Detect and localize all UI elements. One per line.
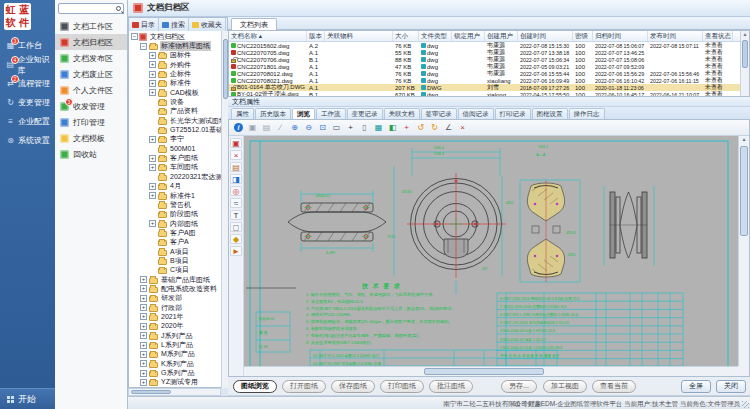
expand-icon[interactable]: + [149,220,156,227]
expand-icon[interactable]: + [140,323,147,330]
expand-icon[interactable]: + [149,164,156,171]
pan-icon[interactable]: + [344,122,357,134]
tree-tab-0[interactable]: 目录 [129,18,159,31]
tree-node[interactable]: +国标件 [129,51,227,60]
tree-node[interactable]: +G系列产品 [129,368,227,377]
column-header-10[interactable]: 发布时间 [648,31,703,41]
column-header-3[interactable]: 大小 [393,31,419,41]
expand-icon[interactable]: + [149,89,156,96]
viewer-vertical-scrollbar[interactable]: ▲ [738,136,749,366]
tree-node[interactable]: +行政部 [129,303,227,312]
expand-icon[interactable]: + [149,80,156,87]
expand-icon[interactable]: + [149,71,156,78]
expand-icon[interactable]: + [149,61,156,68]
tree-node[interactable]: +研发部 [129,294,227,303]
scroll-thumb[interactable] [742,40,748,68]
tree-node[interactable]: +标准件 [129,79,227,88]
expand-icon[interactable]: + [149,192,156,199]
flag-icon[interactable]: ◆ [230,234,242,244]
tree-node[interactable]: +2021年 [129,312,227,321]
column-header-1[interactable]: 版本 [307,31,325,41]
viewer-button-3[interactable]: 打印图纸 [380,380,424,393]
measure-icon[interactable]: ∠ [442,122,455,134]
tree-node[interactable]: +M系列产品 [129,350,227,359]
column-header-8[interactable]: 密级 [573,31,593,41]
tree-node[interactable]: +配电系统改造资料 [129,284,227,293]
tree-node[interactable]: +企标件 [129,69,227,78]
tree-node[interactable]: −标准物料库图纸 [129,41,227,50]
sidebar-item-3[interactable]: ↻变更管理 [0,93,55,112]
tab-10[interactable]: 操作日志 [569,108,605,119]
tree-node[interactable]: +YZ测试专用 [129,378,227,387]
column-header-2[interactable]: 关联物料 [325,31,393,41]
tree-node[interactable]: 客户A图 [129,228,227,237]
sidebar-item-0[interactable]: ▦工作台3 [0,36,55,55]
tree-node[interactable]: +4月 [129,182,227,191]
viewer-horizontal-scrollbar[interactable] [244,366,738,376]
tab-4[interactable]: 变更记录 [347,108,383,119]
aux-button-1[interactable]: 查看当前 [592,380,636,393]
expand-icon[interactable]: + [140,313,147,320]
tree-node[interactable]: 阶段图纸 [129,210,227,219]
scroll-thumb[interactable] [131,390,171,394]
viewer-button-1[interactable]: 打开图纸 [282,380,326,393]
column-header-4[interactable]: 文件类型 [419,31,452,41]
table-row[interactable]: CNC220708012.dwgA.176 KBdwg韦康源2022-07-06… [229,70,749,77]
stamp-icon[interactable]: ▣ [230,138,242,148]
tree-node[interactable]: −文档归档区 [129,32,227,41]
redo-icon[interactable]: ↻ [428,122,441,134]
tree-node[interactable]: +车间图纸 [129,163,227,172]
circle-markup-icon[interactable]: ◎ [230,186,242,196]
tree-node[interactable]: +基础产品库图纸 [129,275,227,284]
tab-5[interactable]: 关联文档 [384,108,420,119]
column-header-6[interactable]: 创建用户 [485,31,518,41]
tree-node[interactable]: 500M01 [129,144,227,153]
expand-icon[interactable]: + [140,351,147,358]
redline-icon[interactable]: × [230,150,242,160]
save-icon[interactable]: ▣ [246,122,259,134]
close-button[interactable]: 关闭 [716,380,746,393]
tab-1[interactable]: 历史版本 [255,108,291,119]
expand-icon[interactable]: + [149,136,156,143]
table-vertical-scrollbar[interactable]: ▲ [740,31,749,96]
tree-node[interactable]: +CAD模板 [129,88,227,97]
collapse-icon[interactable]: − [140,43,147,50]
column-header-5[interactable]: 锁定用户 [452,31,485,41]
expand-icon[interactable]: + [140,370,147,377]
text-markup-icon[interactable]: T [230,210,242,220]
column-header-0[interactable]: 文档名称 ▴ [229,31,307,41]
print-icon[interactable]: ▤ [260,122,273,134]
export-icon[interactable]: ► [230,246,242,256]
workspace-item-1[interactable]: 文档归档区 [55,34,127,50]
tree-node[interactable]: +J系列产品 [129,331,227,340]
workspace-item-4[interactable]: 个人文件区 [55,82,127,98]
tree-tab-2[interactable]: 收藏夹 [189,18,226,31]
note-icon[interactable]: ▤ [230,162,242,172]
column-header-11[interactable]: 查看状态 [703,31,733,41]
monitor-icon[interactable]: ▦ [372,122,385,134]
page-icon[interactable]: ▯ [358,122,371,134]
workspace-item-0[interactable]: 文档工作区 [55,18,127,34]
tab-6[interactable]: 签审记录 [421,108,457,119]
viewer-canvas[interactable]: 技 术 要 求 1. 铸件不得有裂纹、气孔、缩松、夹渣等缺陷，飞边毛刺应清理干净… [244,136,738,366]
tree-node[interactable]: 产品资料 [129,107,227,116]
column-header-9[interactable]: 归档时间 [593,31,648,41]
tree-node[interactable]: 20220321宏达测试图纸 [129,172,227,181]
info-icon[interactable]: i [232,122,245,134]
workspace-item-7[interactable]: 文档模板 [55,130,127,146]
viewer-button-2[interactable]: 保存图纸 [331,380,375,393]
tree-horizontal-scrollbar[interactable] [128,388,221,396]
undo-icon[interactable]: ↺ [414,122,427,134]
tree-tab-1[interactable]: 搜索 [159,18,189,31]
expand-icon[interactable]: + [140,304,147,311]
expand-icon[interactable]: + [140,342,147,349]
viewer-button-0[interactable]: 图纸浏览 [233,380,277,393]
collapse-icon[interactable]: − [131,33,138,40]
edit-icon[interactable]: ∕ [274,122,287,134]
viewer-button-5[interactable]: 另存... [501,380,537,393]
zoom-window-icon[interactable]: ⊡ [316,122,329,134]
tree-node[interactable]: +李宁 [129,135,227,144]
highlight-icon[interactable]: ◨ [230,174,242,184]
tab-7[interactable]: 借阅记录 [458,108,494,119]
expand-icon[interactable]: + [149,183,156,190]
